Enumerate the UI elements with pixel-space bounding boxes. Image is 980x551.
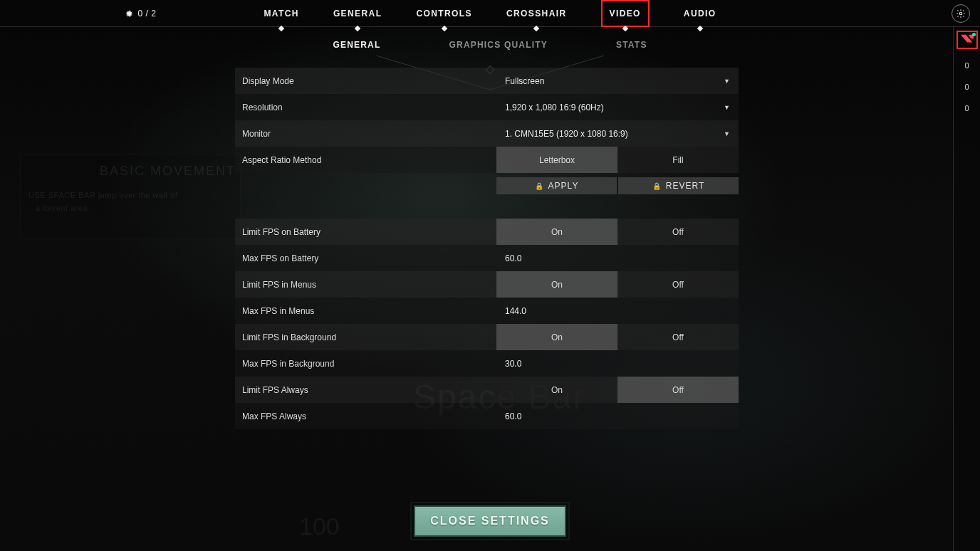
game-logo-icon[interactable] — [957, 31, 977, 48]
row-max-fps-battery: Max FPS on Battery 60.0 — [235, 245, 739, 271]
subtab-stats[interactable]: STATS — [616, 40, 647, 50]
label-limit-fps-always: Limit FPS Always — [235, 377, 496, 403]
tab-controls[interactable]: CONTROLS — [416, 0, 472, 27]
label-limit-fps-menus: Limit FPS in Menus — [235, 271, 496, 298]
row-max-fps-always: Max FPS Always 60.0 — [235, 403, 739, 429]
tab-general[interactable]: GENERAL — [333, 0, 382, 27]
input-max-fps-menus[interactable]: 144.0 — [496, 298, 739, 324]
tab-match[interactable]: MATCH — [264, 0, 298, 27]
chevron-down-icon: ▼ — [724, 104, 730, 111]
option-fill[interactable]: Fill — [617, 147, 739, 173]
value-monitor: 1. CMN15E5 (1920 x 1080 16:9) — [505, 129, 628, 139]
right-rail: 0 0 0 — [953, 27, 980, 551]
rail-count-0: 0 — [964, 61, 969, 70]
option-on[interactable]: On — [496, 324, 617, 350]
row-limit-fps-background: Limit FPS in Background On Off — [235, 324, 739, 350]
rail-count-1: 0 — [964, 83, 969, 91]
row-aspect-ratio: Aspect Ratio Method Letterbox Fill — [235, 147, 739, 173]
row-apply-revert: 🔒 APPLY 🔒 REVERT — [235, 177, 739, 194]
subtab-general[interactable]: GENERAL — [333, 40, 380, 50]
row-max-fps-background: Max FPS in Background 30.0 — [235, 350, 739, 377]
subnav: GENERAL GRAPHICS QUALITY STATS — [0, 40, 980, 50]
label-max-fps-always: Max FPS Always — [235, 403, 496, 429]
option-on[interactable]: On — [496, 377, 617, 403]
tab-audio[interactable]: AUDIO — [684, 0, 716, 27]
label-display-mode: Display Mode — [235, 68, 496, 94]
revert-button[interactable]: 🔒 REVERT — [618, 177, 739, 194]
label-max-fps-battery: Max FPS on Battery — [235, 245, 496, 271]
svg-point-0 — [959, 12, 962, 15]
value-display-mode: Fullscreen — [505, 76, 544, 86]
row-monitor: Monitor 1. CMN15E5 (1920 x 1080 16:9) ▼ — [235, 120, 739, 147]
row-limit-fps-always: Limit FPS Always On Off — [235, 377, 739, 403]
label-max-fps-background: Max FPS in Background — [235, 350, 496, 377]
tab-video[interactable]: VIDEO — [601, 0, 650, 27]
toggle-limit-fps-always: On Off — [496, 377, 739, 403]
row-resolution: Resolution 1,920 x 1,080 16:9 (60Hz) ▼ — [235, 94, 739, 120]
toggle-limit-fps-menus: On Off — [496, 271, 739, 298]
lock-icon: 🔒 — [652, 182, 662, 190]
row-limit-fps-battery: Limit FPS on Battery On Off — [235, 219, 739, 245]
option-letterbox[interactable]: Letterbox — [496, 147, 617, 173]
rail-count-2: 0 — [964, 104, 969, 112]
gear-icon[interactable] — [952, 4, 970, 23]
chevron-down-icon: ▼ — [724, 130, 730, 137]
row-limit-fps-menus: Limit FPS in Menus On Off — [235, 271, 739, 298]
option-off[interactable]: Off — [617, 324, 739, 350]
tab-crosshair[interactable]: CROSSHAIR — [506, 0, 567, 27]
toggle-limit-fps-battery: On Off — [496, 219, 739, 245]
option-on[interactable]: On — [496, 219, 617, 245]
row-display-mode: Display Mode Fullscreen ▼ — [235, 68, 739, 94]
chevron-down-icon: ▼ — [724, 78, 730, 85]
toggle-aspect-ratio: Letterbox Fill — [496, 147, 739, 173]
apply-label: APPLY — [548, 181, 579, 191]
input-max-fps-background[interactable]: 30.0 — [496, 350, 739, 377]
label-resolution: Resolution — [235, 94, 496, 120]
input-max-fps-battery[interactable]: 60.0 — [496, 245, 739, 271]
label-limit-fps-background: Limit FPS in Background — [235, 324, 496, 350]
option-off[interactable]: Off — [617, 377, 739, 403]
lock-icon: 🔒 — [535, 182, 544, 190]
apply-button[interactable]: 🔒 APPLY — [496, 177, 617, 194]
revert-label: REVERT — [666, 181, 704, 191]
label-aspect-ratio: Aspect Ratio Method — [235, 147, 496, 173]
topbar-tabs: MATCH GENERAL CONTROLS CROSSHAIR VIDEO A… — [0, 0, 980, 27]
dropdown-resolution[interactable]: 1,920 x 1,080 16:9 (60Hz) ▼ — [496, 94, 739, 120]
label-limit-fps-battery: Limit FPS on Battery — [235, 219, 496, 245]
settings-panel: Display Mode Fullscreen ▼ Resolution 1,9… — [235, 68, 739, 429]
value-resolution: 1,920 x 1,080 16:9 (60Hz) — [505, 103, 604, 112]
row-max-fps-menus: Max FPS in Menus 144.0 — [235, 298, 739, 324]
option-on[interactable]: On — [496, 271, 617, 298]
label-max-fps-menus: Max FPS in Menus — [235, 298, 496, 324]
topbar: ✹ 0 / 2 MATCH GENERAL CONTROLS CROSSHAIR… — [0, 0, 980, 27]
close-settings-wrap: CLOSE SETTINGS — [414, 505, 566, 537]
option-off[interactable]: Off — [617, 219, 739, 245]
label-monitor: Monitor — [235, 120, 496, 147]
input-max-fps-always[interactable]: 60.0 — [496, 403, 739, 429]
dropdown-display-mode[interactable]: Fullscreen ▼ — [496, 68, 739, 94]
toggle-limit-fps-background: On Off — [496, 324, 739, 350]
close-settings-button[interactable]: CLOSE SETTINGS — [414, 505, 566, 537]
subtab-graphics-quality[interactable]: GRAPHICS QUALITY — [449, 40, 548, 50]
online-status-dot — [972, 33, 976, 36]
option-off[interactable]: Off — [617, 271, 739, 298]
dropdown-monitor[interactable]: 1. CMN15E5 (1920 x 1080 16:9) ▼ — [496, 120, 739, 147]
